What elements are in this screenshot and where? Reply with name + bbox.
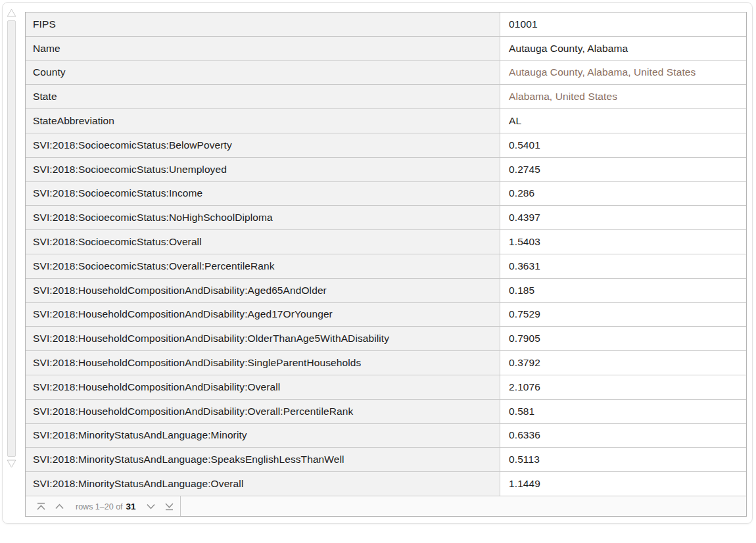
row-key-cell[interactable]: SVI:2018:HouseholdCompositionAndDisabili… [26, 351, 500, 375]
row-key-cell[interactable]: SVI:2018:HouseholdCompositionAndDisabili… [26, 375, 500, 399]
row-key-label: SVI:2018:SocioecomicStatus:Overall:Perce… [33, 260, 275, 272]
row-value-cell[interactable]: 0.4397 [500, 206, 746, 229]
row-value-label: 0.185 [509, 285, 534, 296]
scroll-up-triangle-icon[interactable] [7, 8, 16, 16]
row-key-label: SVI:2018:HouseholdCompositionAndDisabili… [33, 308, 333, 320]
row-key-cell[interactable]: SVI:2018:SocioecomicStatus:BelowPoverty [26, 133, 500, 157]
row-key-cell[interactable]: SVI:2018:HouseholdCompositionAndDisabili… [26, 327, 500, 350]
row-value-cell[interactable]: Alabama, United States [500, 85, 746, 108]
dataset-frame: FIPS 01001 Name Autauga County, Alabama … [2, 2, 753, 524]
row-key-cell[interactable]: SVI:2018:SocioecomicStatus:Income [26, 182, 500, 206]
row-key-label: SVI:2018:SocioecomicStatus:Income [33, 187, 202, 199]
table-row: SVI:2018:HouseholdCompositionAndDisabili… [26, 279, 746, 303]
row-key-label: State [33, 91, 57, 103]
row-value-cell[interactable]: 0.5113 [500, 448, 746, 471]
rows-range-label: rows 1–20 of 31 [76, 502, 136, 511]
row-value-cell[interactable]: 0.185 [500, 279, 746, 302]
row-value-cell[interactable]: AL [500, 109, 746, 133]
row-key-label: SVI:2018:MinorityStatusAndLanguage:Overa… [33, 478, 243, 490]
row-key-cell[interactable]: FIPS [26, 12, 500, 36]
table-row: SVI:2018:MinorityStatusAndLanguage:Speak… [26, 448, 746, 472]
row-value-cell[interactable]: 1.5403 [500, 230, 746, 254]
first-page-button[interactable] [35, 501, 47, 512]
table-row: Name Autauga County, Alabama [26, 37, 746, 61]
rows-range-text: rows 1–20 of [76, 502, 123, 511]
row-key-cell[interactable]: SVI:2018:MinorityStatusAndLanguage:Speak… [26, 448, 500, 471]
row-key-cell[interactable]: StateAbbreviation [26, 109, 500, 133]
row-key-label: SVI:2018:SocioecomicStatus:Unemployed [33, 164, 227, 176]
row-value-cell[interactable]: 0.286 [500, 182, 746, 206]
previous-page-button[interactable] [53, 501, 66, 512]
row-value-cell[interactable]: 0.3792 [500, 351, 746, 375]
row-key-cell[interactable]: Name [26, 37, 500, 60]
table-row: SVI:2018:SocioecomicStatus:NoHighSchoolD… [26, 206, 746, 230]
next-page-button[interactable] [145, 501, 157, 512]
jump-to-first-icon [36, 502, 46, 511]
row-key-cell[interactable]: SVI:2018:HouseholdCompositionAndDisabili… [26, 303, 500, 327]
paginator-empty-area [181, 496, 746, 516]
table-row: SVI:2018:SocioecomicStatus:Unemployed 0.… [26, 158, 746, 182]
row-value-cell[interactable]: Autauga County, Alabama [500, 37, 746, 60]
dataset-rows: FIPS 01001 Name Autauga County, Alabama … [26, 12, 746, 496]
row-key-cell[interactable]: State [26, 85, 500, 108]
row-value-cell[interactable]: 0.581 [500, 400, 746, 423]
row-key-cell[interactable]: SVI:2018:SocioecomicStatus:Overall:Perce… [26, 254, 500, 278]
row-value-cell[interactable]: 1.1449 [500, 472, 746, 496]
row-key-label: FIPS [33, 18, 56, 30]
page-up-icon [55, 502, 64, 511]
row-value-label: Autauga County, Alabama, United States [509, 66, 696, 78]
table-row: State Alabama, United States [26, 85, 746, 109]
row-value-label: 0.6336 [509, 429, 540, 441]
row-key-cell[interactable]: SVI:2018:HouseholdCompositionAndDisabili… [26, 400, 500, 423]
table-row: SVI:2018:HouseholdCompositionAndDisabili… [26, 303, 746, 327]
row-key-cell[interactable]: SVI:2018:MinorityStatusAndLanguage:Minor… [26, 424, 500, 448]
page-down-icon [146, 502, 156, 511]
row-key-cell[interactable]: SVI:2018:SocioecomicStatus:Unemployed [26, 158, 500, 181]
row-key-label: SVI:2018:HouseholdCompositionAndDisabili… [33, 333, 389, 344]
row-value-label: 0.5113 [509, 454, 540, 465]
paginator-bar: rows 1–20 of 31 [26, 496, 746, 516]
scrollbar-track[interactable] [7, 20, 16, 457]
rows-total: 31 [126, 502, 136, 511]
row-value-label: 0.581 [509, 406, 534, 417]
row-value-label: Alabama, United States [509, 91, 617, 103]
row-value-cell[interactable]: 0.2745 [500, 158, 746, 181]
row-value-label: 0.4397 [509, 212, 540, 224]
table-row: County Autauga County, Alabama, United S… [26, 61, 746, 85]
row-value-cell[interactable]: 01001 [500, 12, 746, 36]
row-value-cell[interactable]: 0.7905 [500, 327, 746, 350]
row-value-label: 0.3792 [509, 357, 540, 369]
row-key-label: StateAbbreviation [33, 115, 114, 127]
row-value-label: 01001 [509, 18, 538, 30]
row-value-label: AL [509, 115, 521, 127]
table-row: SVI:2018:SocioecomicStatus:Overall 1.540… [26, 230, 746, 254]
row-key-label: SVI:2018:HouseholdCompositionAndDisabili… [33, 381, 280, 393]
table-row: SVI:2018:SocioecomicStatus:Income 0.286 [26, 182, 746, 206]
row-value-cell[interactable]: 0.7529 [500, 303, 746, 327]
row-key-label: SVI:2018:HouseholdCompositionAndDisabili… [33, 406, 353, 417]
row-key-label: County [33, 66, 66, 78]
row-key-cell[interactable]: SVI:2018:SocioecomicStatus:Overall [26, 230, 500, 254]
row-key-label: SVI:2018:MinorityStatusAndLanguage:Speak… [33, 454, 344, 465]
row-value-label: 0.2745 [509, 164, 540, 176]
table-row: SVI:2018:SocioecomicStatus:BelowPoverty … [26, 133, 746, 158]
row-key-cell[interactable]: SVI:2018:SocioecomicStatus:NoHighSchoolD… [26, 206, 500, 229]
row-value-label: 0.7529 [509, 308, 540, 320]
row-key-cell[interactable]: SVI:2018:HouseholdCompositionAndDisabili… [26, 279, 500, 302]
row-value-cell[interactable]: 0.5401 [500, 133, 746, 157]
row-key-cell[interactable]: County [26, 61, 500, 85]
table-row: StateAbbreviation AL [26, 109, 746, 133]
row-value-label: 2.1076 [509, 381, 540, 393]
row-value-cell[interactable]: 2.1076 [500, 375, 746, 399]
row-value-label: 0.286 [509, 187, 534, 199]
row-value-cell[interactable]: 0.6336 [500, 424, 746, 448]
row-key-cell[interactable]: SVI:2018:MinorityStatusAndLanguage:Overa… [26, 472, 500, 496]
scroll-down-triangle-icon[interactable] [7, 459, 16, 467]
last-page-button[interactable] [163, 501, 176, 512]
row-value-cell[interactable]: 0.3631 [500, 254, 746, 278]
row-key-label: SVI:2018:HouseholdCompositionAndDisabili… [33, 357, 361, 369]
row-value-cell[interactable]: Autauga County, Alabama, United States [500, 61, 746, 85]
table-row: SVI:2018:MinorityStatusAndLanguage:Minor… [26, 424, 746, 448]
table-row: SVI:2018:HouseholdCompositionAndDisabili… [26, 400, 746, 424]
row-value-label: Autauga County, Alabama [509, 43, 628, 55]
